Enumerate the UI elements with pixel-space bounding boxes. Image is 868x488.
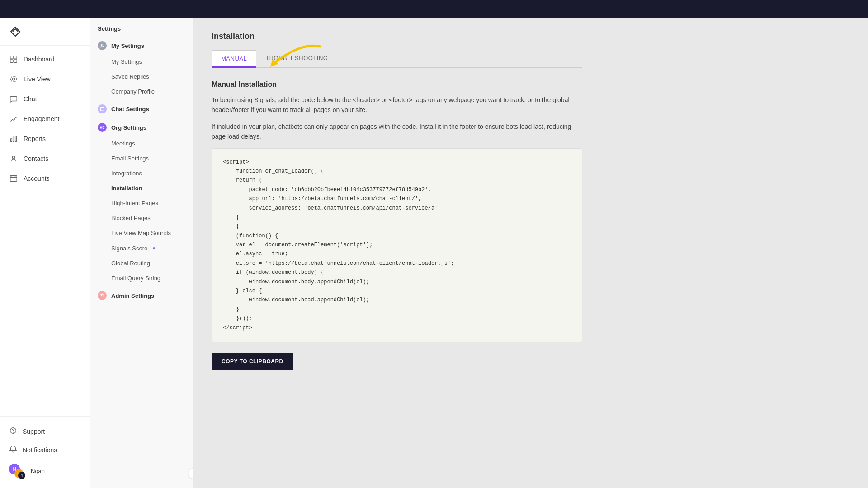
org-settings-icon [98, 123, 107, 132]
blocked-pages-label: Blocked Pages [111, 215, 151, 221]
saved-replies-label: Saved Replies [111, 73, 149, 80]
sidebar-item-meetings[interactable]: Meetings [90, 136, 193, 151]
sidebar-item-accounts[interactable]: Accounts [0, 169, 90, 188]
svg-point-4 [12, 78, 14, 80]
chat-settings-icon [98, 104, 107, 113]
svg-point-12 [13, 432, 14, 432]
my-settings-header-label: My Settings [111, 42, 144, 49]
tabs-container: MANUAL TROUBLESHOOTING [212, 50, 582, 68]
sidebar-primary: Dashboard Live View Chat [0, 18, 90, 488]
sidebar-item-contacts[interactable]: Contacts [0, 149, 90, 169]
page-title: Installation [212, 32, 582, 41]
user-area[interactable]: N g. 4 Ngan [0, 459, 90, 483]
accounts-icon [9, 174, 18, 183]
code-block: <script> function cf_chat_loader() { ret… [212, 148, 582, 342]
sidebar-item-dashboard[interactable]: Dashboard [0, 49, 90, 69]
main-content: Installation MANUAL TROUBLESHOOTING Manu… [193, 18, 868, 488]
sidebar-nav: Dashboard Live View Chat [0, 46, 90, 416]
sidebar-item-chat-settings-header[interactable]: Chat Settings [90, 99, 193, 117]
svg-point-5 [11, 76, 17, 82]
user-name: Ngan [31, 468, 45, 474]
chat-label: Chat [24, 95, 37, 103]
sidebar-item-saved-replies[interactable]: Saved Replies [90, 69, 193, 84]
collapse-sidebar-button[interactable]: ‹ [188, 468, 193, 479]
sidebar-item-live-view-map-sounds[interactable]: Live View Map Sounds [90, 225, 193, 240]
sidebar-item-reports[interactable]: Reports [0, 129, 90, 149]
meetings-label: Meetings [111, 140, 135, 147]
signals-score-label: Signals Score [111, 245, 147, 252]
sidebar-item-integrations[interactable]: Integrations [90, 166, 193, 181]
sidebar-item-support[interactable]: Support [0, 422, 90, 441]
live-view-label: Live View [24, 75, 51, 83]
admin-settings-icon [98, 291, 107, 300]
admin-settings-header-label: Admin Settings [111, 292, 154, 299]
email-settings-label: Email Settings [111, 155, 149, 162]
settings-title: Settings [90, 18, 193, 36]
chat-settings-header-label: Chat Settings [111, 106, 149, 113]
engagement-icon [9, 114, 18, 123]
sidebar-item-engagement[interactable]: Engagement [0, 109, 90, 129]
company-profile-label: Company Profile [111, 88, 155, 95]
svg-rect-10 [10, 176, 17, 182]
reports-label: Reports [24, 135, 46, 142]
svg-rect-6 [11, 139, 12, 141]
svg-point-14 [102, 127, 103, 128]
svg-rect-7 [13, 137, 14, 141]
tab-manual[interactable]: MANUAL [212, 50, 256, 68]
sidebar-item-high-intent-pages[interactable]: High-Intent Pages [90, 196, 193, 211]
sidebar-item-email-query-string[interactable]: Email Query String [90, 271, 193, 286]
sidebar-secondary: Settings My Settings My Settings Saved R… [90, 18, 193, 488]
user-avatar-stack: N g. 4 [9, 464, 24, 478]
sidebar-item-global-routing[interactable]: Global Routing [90, 256, 193, 271]
reports-icon [9, 134, 18, 143]
sidebar-item-admin-settings-header[interactable]: Admin Settings [90, 286, 193, 304]
live-view-icon [9, 75, 18, 84]
live-view-map-sounds-label: Live View Map Sounds [111, 230, 171, 236]
manual-desc-1: To begin using Signals, add the code bel… [212, 95, 582, 115]
svg-point-13 [101, 44, 103, 46]
copy-to-clipboard-button[interactable]: COPY TO CLIPBOARD [212, 353, 293, 370]
manual-desc-2: If included in your plan, chatbots can o… [212, 122, 582, 142]
svg-point-9 [12, 156, 14, 159]
global-routing-label: Global Routing [111, 260, 150, 267]
sidebar-item-my-settings[interactable]: My Settings [90, 54, 193, 69]
my-settings-label: My Settings [111, 58, 142, 65]
svg-rect-8 [15, 136, 17, 142]
engagement-label: Engagement [24, 115, 59, 122]
sidebar-bottom: Support Notifications N g. 4 Ngan [0, 416, 90, 488]
installation-label: Installation [111, 185, 142, 192]
notifications-label: Notifications [23, 446, 57, 454]
svg-rect-2 [10, 60, 13, 62]
sidebar-item-chat[interactable]: Chat [0, 89, 90, 109]
sidebar-item-blocked-pages[interactable]: Blocked Pages [90, 211, 193, 225]
sidebar-item-my-settings-header[interactable]: My Settings [90, 36, 193, 54]
logo-area [0, 18, 90, 46]
sidebar-item-live-view[interactable]: Live View [0, 69, 90, 89]
contacts-label: Contacts [24, 155, 48, 162]
integrations-label: Integrations [111, 170, 142, 177]
bell-icon [9, 445, 17, 455]
top-bar [0, 0, 868, 18]
svg-rect-3 [14, 60, 17, 62]
sidebar-item-notifications[interactable]: Notifications [0, 441, 90, 459]
sidebar-item-signals-score[interactable]: Signals Score • [90, 240, 193, 256]
manual-section: Manual Installation To begin using Signa… [212, 80, 582, 370]
my-settings-icon [98, 41, 107, 50]
signals-score-badge: • [153, 244, 155, 252]
logo-icon [9, 25, 22, 38]
notification-badge: 4 [18, 472, 25, 479]
sidebar-item-company-profile[interactable]: Company Profile [90, 84, 193, 99]
sidebar-item-email-settings[interactable]: Email Settings [90, 151, 193, 166]
svg-point-15 [100, 126, 104, 129]
contacts-icon [9, 154, 18, 163]
email-query-string-label: Email Query String [111, 275, 160, 282]
org-settings-header-label: Org Settings [111, 124, 146, 131]
high-intent-pages-label: High-Intent Pages [111, 200, 158, 206]
dashboard-label: Dashboard [24, 56, 55, 63]
tab-troubleshooting[interactable]: TROUBLESHOOTING [256, 50, 337, 68]
sidebar-item-org-settings-header[interactable]: Org Settings [90, 117, 193, 136]
sidebar-item-installation[interactable]: Installation [90, 181, 193, 196]
accounts-label: Accounts [24, 175, 50, 182]
svg-rect-1 [14, 56, 17, 59]
dashboard-icon [9, 55, 18, 64]
